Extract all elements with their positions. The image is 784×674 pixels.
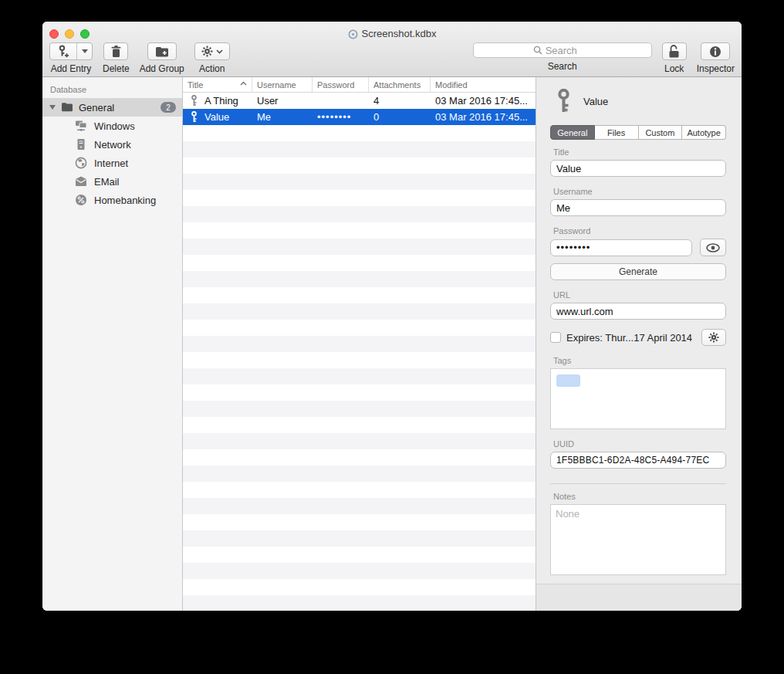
search-label: Search: [548, 61, 577, 72]
delete-button[interactable]: [103, 42, 128, 60]
search-input[interactable]: [546, 45, 592, 56]
password-label: Password: [553, 226, 726, 235]
key-icon: [556, 89, 572, 113]
column-header-attachments[interactable]: Attachments: [369, 77, 431, 92]
key-plus-icon: [50, 43, 76, 59]
sidebar-item-label: Windows: [94, 120, 135, 132]
sidebar-item-windows[interactable]: Windows: [42, 117, 182, 135]
notes-field[interactable]: [550, 504, 726, 575]
key-icon: [191, 95, 198, 107]
expires-label: Expires: Thur...17 April 2014: [566, 332, 701, 344]
toolbar-right: Search Lock: [473, 42, 735, 74]
table-row-selected[interactable]: Value Me •••••••• 0 03 Mar 2016 17:45...: [183, 109, 536, 125]
toolbar-left: Add Entry Delete: [49, 42, 230, 74]
sidebar-item-label: Internet: [94, 157, 128, 169]
sidebar-item-general[interactable]: General 2: [42, 98, 182, 117]
inspector-panel: Value General Files Custom Autotype Titl…: [536, 77, 742, 611]
action-button[interactable]: [194, 42, 230, 60]
uuid-field[interactable]: [550, 452, 726, 469]
add-entry-label: Add Entry: [51, 63, 92, 74]
sidebar: Database General 2 Windows: [42, 77, 183, 611]
sidebar-item-email[interactable]: EMail: [42, 172, 182, 191]
column-header-title[interactable]: Title: [183, 77, 252, 92]
sidebar-section-header: Database: [42, 83, 182, 98]
trash-icon: [111, 46, 121, 58]
tags-box[interactable]: [550, 368, 726, 429]
globe-icon: [75, 157, 87, 169]
add-entry-button[interactable]: [49, 42, 93, 60]
generate-button[interactable]: Generate: [550, 263, 726, 280]
window-title: Screenshot.kdbx: [42, 28, 742, 39]
title-field[interactable]: [550, 160, 726, 177]
inspector-header: Value: [550, 85, 726, 117]
gear-icon: [708, 332, 719, 343]
inspector-tabs: General Files Custom Autotype: [550, 125, 726, 140]
tab-files[interactable]: Files: [595, 125, 639, 140]
notes-label: Notes: [553, 492, 726, 501]
delete-label: Delete: [103, 63, 130, 74]
inspector-entry-title: Value: [583, 96, 608, 107]
disclosure-triangle-icon[interactable]: [49, 105, 56, 110]
column-header-password[interactable]: Password: [313, 77, 369, 92]
sidebar-item-label: Homebanking: [94, 195, 156, 206]
table-row[interactable]: A Thing User 4 03 Mar 2016 17:45...: [183, 93, 536, 109]
lock-label: Lock: [664, 63, 684, 74]
expires-settings-button[interactable]: [701, 329, 726, 346]
tab-custom[interactable]: Custom: [639, 125, 683, 140]
table-header: Title Username Password Attachments Modi…: [183, 77, 536, 93]
sidebar-item-internet[interactable]: Internet: [42, 154, 182, 172]
add-group-label: Add Group: [140, 63, 184, 74]
password-field[interactable]: [550, 239, 692, 256]
tags-label: Tags: [553, 356, 726, 365]
info-icon: [709, 46, 721, 58]
lock-button[interactable]: [662, 42, 687, 60]
chevron-down-icon: [216, 49, 223, 54]
inspector-label: Inspector: [697, 63, 735, 74]
entry-table: Title Username Password Attachments Modi…: [183, 77, 536, 611]
lock-open-icon: [668, 45, 680, 58]
url-label: URL: [553, 290, 726, 300]
uuid-label: UUID: [553, 439, 726, 449]
eye-icon: [706, 243, 720, 252]
column-header-username[interactable]: Username: [252, 77, 313, 92]
tab-autotype[interactable]: Autotype: [682, 125, 726, 140]
tab-general[interactable]: General: [550, 125, 595, 140]
sidebar-item-label: EMail: [94, 176, 120, 188]
percent-icon: [75, 194, 87, 206]
document-proxy-icon: [348, 29, 358, 39]
envelope-icon: [75, 175, 87, 188]
expires-checkbox[interactable]: [550, 332, 561, 343]
notes-section: Notes: [536, 484, 742, 578]
username-label: Username: [553, 187, 726, 196]
add-group-button[interactable]: [147, 42, 177, 60]
windows-network-icon: [75, 120, 87, 132]
gear-icon: [201, 46, 213, 57]
column-header-modified[interactable]: Modified: [431, 77, 536, 92]
inspector-footer: [536, 584, 742, 611]
search-field[interactable]: [473, 42, 652, 58]
reveal-password-button[interactable]: [700, 239, 726, 256]
entry-count-badge: 2: [161, 102, 176, 113]
titlebar-toolbar: Screenshot.kdbx Add En: [42, 22, 742, 77]
sidebar-item-network[interactable]: Network: [42, 135, 182, 154]
sort-ascending-icon: [240, 81, 247, 86]
server-icon: [75, 138, 87, 151]
folder-plus-icon: [155, 46, 169, 57]
sidebar-item-label: Network: [94, 139, 131, 151]
sidebar-item-label: General: [79, 102, 161, 113]
action-label: Action: [199, 63, 225, 74]
key-icon: [191, 111, 198, 123]
url-field[interactable]: [550, 303, 726, 320]
title-label: Title: [553, 147, 726, 157]
add-entry-dropdown[interactable]: [76, 43, 92, 59]
inspector-button[interactable]: [701, 42, 730, 60]
tag-pill[interactable]: [556, 374, 580, 387]
search-icon: [533, 46, 542, 55]
folder-icon: [61, 101, 73, 113]
sidebar-item-homebanking[interactable]: Homebanking: [42, 191, 182, 209]
app-window: Screenshot.kdbx Add En: [42, 22, 742, 611]
table-empty-area: [183, 125, 536, 611]
username-field[interactable]: [550, 199, 726, 216]
expires-row: Expires: Thur...17 April 2014: [550, 329, 726, 346]
